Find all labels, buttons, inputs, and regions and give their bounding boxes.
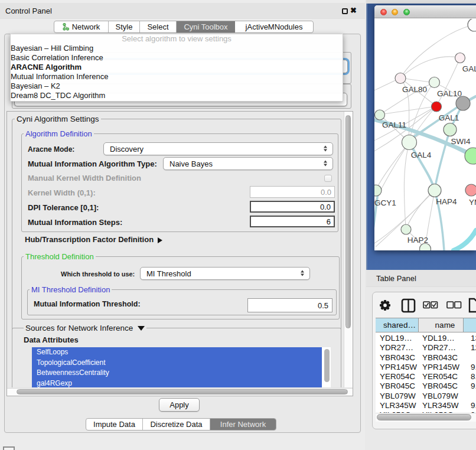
svg-text:GAL11: GAL11 <box>382 120 406 129</box>
svg-text:GAL4: GAL4 <box>411 151 432 159</box>
svg-text:YM: YM <box>469 198 476 207</box>
svg-text:GAL10: GAL10 <box>437 89 462 98</box>
svg-text:GAL1: GAL1 <box>439 113 459 122</box>
svg-text:SWI4: SWI4 <box>451 137 470 146</box>
svg-text:HAP2: HAP2 <box>407 236 428 244</box>
svg-text:GAL80: GAL80 <box>402 85 427 94</box>
svg-text:GCY1: GCY1 <box>374 198 396 207</box>
svg-text:HAP4: HAP4 <box>436 197 457 206</box>
svg-text:GAL7: GAL7 <box>462 64 476 73</box>
